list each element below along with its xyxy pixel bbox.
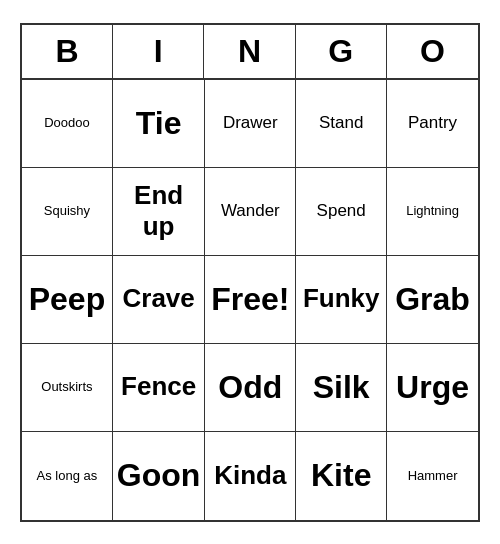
- bingo-header: BINGO: [22, 25, 478, 80]
- cell-text: Wander: [221, 201, 280, 221]
- bingo-cell[interactable]: Pantry: [387, 80, 478, 168]
- bingo-cell[interactable]: End up: [113, 168, 206, 256]
- cell-text: Kite: [311, 456, 371, 494]
- cell-text: Pantry: [408, 113, 457, 133]
- header-letter: N: [204, 25, 295, 78]
- bingo-cell[interactable]: Odd: [205, 344, 296, 432]
- cell-text: Hammer: [408, 468, 458, 484]
- bingo-cell[interactable]: Squishy: [22, 168, 113, 256]
- bingo-cell[interactable]: Outskirts: [22, 344, 113, 432]
- bingo-cell[interactable]: Hammer: [387, 432, 478, 520]
- bingo-cell[interactable]: Stand: [296, 80, 387, 168]
- cell-text: Odd: [218, 368, 282, 406]
- header-letter: B: [22, 25, 113, 78]
- bingo-cell[interactable]: Funky: [296, 256, 387, 344]
- cell-text: Drawer: [223, 113, 278, 133]
- bingo-card: BINGO DoodooTieDrawerStandPantrySquishyE…: [20, 23, 480, 522]
- bingo-cell[interactable]: Drawer: [205, 80, 296, 168]
- bingo-grid: DoodooTieDrawerStandPantrySquishyEnd upW…: [22, 80, 478, 520]
- cell-text: Urge: [396, 368, 469, 406]
- cell-text: Squishy: [44, 203, 90, 219]
- cell-text: Goon: [117, 456, 201, 494]
- bingo-cell[interactable]: Kite: [296, 432, 387, 520]
- cell-text: As long as: [37, 468, 98, 484]
- bingo-cell[interactable]: As long as: [22, 432, 113, 520]
- bingo-cell[interactable]: Grab: [387, 256, 478, 344]
- cell-text: Funky: [303, 283, 380, 314]
- cell-text: Grab: [395, 280, 470, 318]
- cell-text: End up: [117, 180, 201, 242]
- bingo-cell[interactable]: Urge: [387, 344, 478, 432]
- cell-text: Free!: [211, 280, 289, 318]
- bingo-cell[interactable]: Tie: [113, 80, 206, 168]
- cell-text: Kinda: [214, 460, 286, 491]
- cell-text: Crave: [122, 283, 194, 314]
- header-letter: I: [113, 25, 204, 78]
- cell-text: Spend: [317, 201, 366, 221]
- bingo-cell[interactable]: Lightning: [387, 168, 478, 256]
- bingo-cell[interactable]: Peep: [22, 256, 113, 344]
- cell-text: Silk: [313, 368, 370, 406]
- cell-text: Peep: [29, 280, 105, 318]
- header-letter: G: [296, 25, 387, 78]
- cell-text: Fence: [121, 371, 196, 402]
- cell-text: Stand: [319, 113, 363, 133]
- bingo-cell[interactable]: Doodoo: [22, 80, 113, 168]
- cell-text: Tie: [136, 104, 182, 142]
- bingo-cell[interactable]: Wander: [205, 168, 296, 256]
- bingo-cell[interactable]: Silk: [296, 344, 387, 432]
- cell-text: Outskirts: [41, 379, 92, 395]
- bingo-cell[interactable]: Spend: [296, 168, 387, 256]
- bingo-cell[interactable]: Crave: [113, 256, 206, 344]
- bingo-cell[interactable]: Goon: [113, 432, 206, 520]
- bingo-cell[interactable]: Free!: [205, 256, 296, 344]
- bingo-cell[interactable]: Fence: [113, 344, 206, 432]
- header-letter: O: [387, 25, 478, 78]
- cell-text: Doodoo: [44, 115, 90, 131]
- bingo-cell[interactable]: Kinda: [205, 432, 296, 520]
- cell-text: Lightning: [406, 203, 459, 219]
